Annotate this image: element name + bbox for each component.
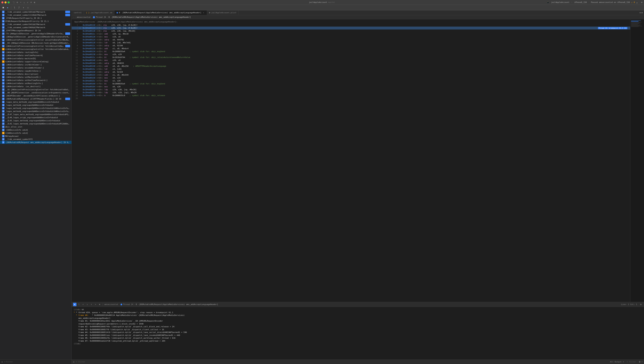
sidebar-list[interactable]: i__lldb_unnamed_symbol681$$CFNetworki__l… (0, 10, 72, 360)
warning-icon[interactable]: △ (23, 1, 26, 4)
terminal-area[interactable]: (lldb) bt* * thread #24, queue = 'com.ap… (72, 307, 644, 360)
tab-asm-close[interactable]: ✕ (202, 12, 205, 14)
sidebar-item[interactable]: i+[AKAnisetteData supportsSecureCoding] (0, 60, 72, 63)
bottom-up-btn[interactable]: ↑ (90, 303, 93, 306)
line-content: 0x184a88140 <+44>: mov x20, x0 (81, 59, 629, 62)
sidebar-item[interactable]: i-[AADeviceInfo udid] (0, 128, 72, 132)
tab-control[interactable]: control (72, 10, 84, 15)
sidebar-item-text: -[AKAnisetteData initWithCoder:] (5, 64, 70, 66)
thread-icon[interactable]: ⏸ (30, 1, 33, 4)
sidebar-item[interactable]: iMGCopyAnswer (0, 134, 72, 138)
sidebar-item[interactable]: i__lldb_unnamed_symbol1118$$CFNetwork (0, 14, 72, 16)
tab-asm[interactable]: 0 -[NSMutableURLRequest(AppleMediaServic… (115, 10, 207, 15)
sidebar-item[interactable]: i_CFURLRequestSetProperty_ID 20.1 (0, 16, 72, 20)
layout-icon[interactable]: ⊞ (16, 1, 19, 4)
code-ops: x3, [x8] (111, 68, 122, 70)
sidebar-item[interactable]: i__lldb_unnamed_symbol972 (0, 138, 72, 141)
sidebar-item[interactable]: i__83-[AKAppleIDSession URLSession:task:… (0, 42, 72, 44)
tab-split-icon[interactable]: ⊟ (640, 12, 641, 14)
play-btn[interactable]: ▶ (6, 6, 10, 10)
sidebar-item[interactable]: i _logos_method$_ungrouped$AADeviceInfo$… (0, 110, 72, 113)
continue-btn[interactable]: ↓ (26, 6, 30, 10)
step-out-btn[interactable]: ↑ (22, 6, 25, 10)
add-breakpoint-btn[interactable]: + (2, 360, 3, 363)
sidebar-toggle-icon[interactable]: ⬛ (13, 1, 15, 4)
sidebar-item[interactable]: i-[NSXPCDecoder _decodeObjectOfClasses:a… (0, 94, 72, 97)
sidebar-item[interactable]: i-[AKAnisetteData machineID] (0, 57, 72, 60)
line-content: 0x184a8813c <+40>: bl 0x1810a9f94 ; symb… (81, 56, 629, 58)
step-into-btn[interactable]: ⤴ (17, 6, 21, 10)
bottom-expand-btn[interactable]: ⊡ (639, 303, 642, 306)
sidebar-item[interactable]: i__ZL42_logos_method$_ungrouped$AADevice… (0, 122, 72, 125)
sidebar-item[interactable]: i-[AKAnisetteData description] (0, 72, 72, 76)
sidebar-item[interactable]: i-[AKAnisetteData .cxx_destruct] (0, 85, 72, 88)
bottom-step-in-btn[interactable]: ⏎ (81, 303, 85, 306)
breakpoint-icon[interactable]: ◇ (26, 1, 29, 4)
sidebar-item[interactable]: i-[AKAnisetteData oneTimePassword] (0, 54, 72, 57)
breadcrumb-arrow-right[interactable]: › (75, 16, 76, 18)
code-instr: bl (104, 83, 111, 85)
code-instr: mov (104, 77, 111, 79)
tab-plist[interactable]: ⊞ jailAppleAccount.plist (207, 10, 239, 15)
sidebar-item[interactable]: i-[NSMutableURLRequest allHTTPHeaderFiel… (0, 97, 72, 100)
sidebar-item[interactable]: i-[AKAnisetteData encodeWithCoder:] (0, 66, 72, 69)
sidebar-item[interactable]: i+[AADeviceInfo udid] (0, 132, 72, 134)
sidebar-item[interactable]: i__lldb_unnamed_symbol681$$CFNetwork (0, 10, 72, 14)
sidebar-item[interactable]: iCFURLRequestSetRequestPriority ID 21.1 (0, 20, 72, 23)
breadcrumb-nav-right[interactable]: › (641, 16, 642, 18)
close-button[interactable] (2, 2, 4, 4)
sidebar-item[interactable]: i-[AKAnisetteData initWithCoder:] (0, 63, 72, 66)
bottom-step-out-btn[interactable]: ↓ (86, 303, 89, 306)
sidebar-item[interactable]: i-[AKAnisetteData copyWithZone:] (0, 69, 72, 72)
line-number: 8 (73, 44, 78, 47)
sidebar-item[interactable]: i-[AKAnisetteProvisioningController fetc… (0, 44, 72, 48)
stop-btn[interactable]: ⏹ (2, 6, 5, 10)
sidebar-item[interactable]: i+[AKAnisetteProvisioningController fetc… (0, 48, 72, 51)
sidebar-item[interactable]: i__ZL45_logos_method$_ungrouped$AADevice… (0, 119, 72, 122)
search-icon[interactable]: ⌕ (19, 1, 22, 4)
sidebar-item-icon: i (2, 82, 5, 84)
bottom-down-btn[interactable]: ↷ (94, 303, 97, 306)
bottom-clear-btn[interactable]: ▶ (73, 303, 77, 306)
sidebar-item[interactable]: i__ZL40_logos_orig$_ungrouped$AADeviceIn… (0, 116, 72, 119)
add-tab-btn[interactable]: + (641, 1, 642, 4)
sidebar-item[interactable]: i_logos_method$_ungrouped$AADeviceInfo$u… (0, 104, 72, 106)
tab-source[interactable]: { } jailAppleAccount.xm (84, 10, 115, 15)
sidebar-item[interactable]: i_logos_meta_method$_ungrouped$AADeviceI… (0, 100, 72, 104)
sidebar-item[interactable]: i__88-[NSXPCConnection _sendInvocation:o… (0, 91, 72, 94)
term-output-arrow[interactable]: ▾ (623, 361, 624, 363)
sidebar-item[interactable]: i-[AKAppleIDSession _genericAppleIDHeade… (0, 35, 72, 38)
sidebar-item[interactable]: i__lldb_unnamed_symbol960$$CFNetwork (0, 26, 72, 29)
sidebar-item[interactable]: i-[AKAnisetteData setRoutingInfo:] (0, 82, 72, 85)
sidebar-item[interactable]: i__ZL47_logos_meta_method$_ungrouped$AAD… (0, 113, 72, 116)
code-addr: 0x184a88128 (83, 42, 95, 44)
breadcrumb-nav-left[interactable]: ‹ (640, 16, 641, 18)
term-trash-icon[interactable]: 🗑 (639, 361, 641, 363)
sidebar-item[interactable]: i__lldb_unnamed_symbol941$$CFNetwork (0, 23, 72, 26)
term-add-btn[interactable]: + (73, 360, 74, 363)
sidebar-item-icon: i (2, 94, 5, 97)
sidebar-item[interactable]: i_CFHTTPMessageSendRequest ID 24 (0, 29, 72, 32)
filter-icon[interactable]: ▤ (33, 1, 36, 4)
code-addr: 0x184a8815c (83, 80, 95, 82)
sidebar-item[interactable]: i-[AKAnisetteProvisioningController anis… (0, 38, 72, 42)
maximize-button[interactable] (8, 2, 10, 4)
code-area[interactable]: AppleMediaServices`-[NSMutableURLRequest… (72, 19, 630, 302)
minimize-button[interactable] (5, 2, 7, 4)
tab-layout-icon[interactable]: ⊞ (641, 12, 642, 14)
sidebar-item[interactable]: i-73-[AKAppleIDSession _generateAppleIDH… (0, 32, 72, 35)
sidebar-item[interactable]: iobjc_alloc_init (0, 125, 72, 128)
sidebar-item[interactable]: i__92-[AKAnisetteProvisioningController … (0, 88, 72, 91)
line-content: 0x184a88114 <+4>: stp x20, x19, [sp, #-0… (81, 27, 598, 29)
code-addr: 0x184a8812c (83, 44, 95, 47)
sidebar-item[interactable]: i-[AKAnisetteData setOneTimePassword:] (0, 79, 72, 82)
sidebar-item[interactable]: i _logos_method$_ungrouped$AADeviceInfo$… (0, 106, 72, 110)
term-download-icon[interactable]: ⬇ (641, 361, 642, 363)
sidebar-item[interactable]: i-[NSMutableURLRequest ams_addAcceptLang… (0, 141, 72, 144)
bottom-bookmark-btn[interactable]: ⊕ (98, 303, 101, 306)
sidebar-item[interactable]: i-[AKAnisetteData routingInfo] (0, 51, 72, 54)
sidebar-item[interactable]: i-[AKAnisetteData setMachineID:] (0, 76, 72, 79)
bottom-step-btn[interactable]: ⤵ (77, 303, 81, 306)
breadcrumb-arrow-left[interactable]: ‹ (73, 16, 74, 18)
step-over-btn[interactable]: ⤵ (13, 6, 17, 10)
